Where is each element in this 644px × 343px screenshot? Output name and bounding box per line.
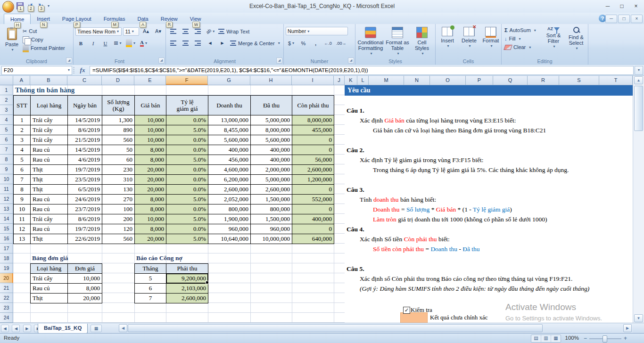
autosum-button[interactable]: ΣAutoSum▾ xyxy=(504,26,537,34)
cell-H14[interactable]: 1,500,000 xyxy=(250,214,292,224)
clipboard-dialog-launcher[interactable]: ◢ xyxy=(66,57,72,64)
row-header-14[interactable]: 14 xyxy=(0,214,13,224)
cell-E16[interactable]: 20,000 xyxy=(134,234,166,244)
cell-C8[interactable]: 4/6/2019 xyxy=(67,155,102,165)
cell-C12[interactable]: 24/6/2019 xyxy=(67,194,102,204)
selected-cell-F20[interactable] xyxy=(166,273,208,284)
cell-I8[interactable]: 56,000 xyxy=(292,155,334,165)
row-header-3[interactable]: 3 xyxy=(0,105,13,115)
accounting-format-button[interactable]: $▾ xyxy=(286,39,297,48)
font-dialog-launcher[interactable]: ◢ xyxy=(158,57,165,64)
tab-insert[interactable]: InsertN xyxy=(31,14,56,24)
cell-F4[interactable]: 0.0% xyxy=(166,115,208,125)
prev-sheet-icon[interactable]: ◀ xyxy=(12,325,20,332)
cell-I4[interactable]: 8,000,000 xyxy=(292,115,334,125)
cell-styles-button[interactable]: Cell Styles ▾ xyxy=(410,25,434,57)
align-center-button[interactable] xyxy=(180,39,191,48)
column-header-J[interactable]: J xyxy=(334,76,345,85)
column-header-E[interactable]: E xyxy=(134,76,166,85)
cell-A7[interactable]: 4 xyxy=(13,145,31,155)
cell-E12[interactable]: 8,000 xyxy=(134,194,166,204)
find-select-button[interactable]: Find & Select ▾ xyxy=(565,25,587,51)
cell-C5[interactable]: 8/6/2019 xyxy=(67,125,102,135)
workbook-restore-button[interactable]: □ xyxy=(618,15,630,23)
column-header-T[interactable]: T xyxy=(599,76,633,85)
middle-align-button[interactable] xyxy=(180,27,191,36)
name-box-dropdown-icon[interactable]: ▾ xyxy=(68,66,70,74)
row-header-18[interactable]: 18 xyxy=(0,253,13,263)
row-header-8[interactable]: 8 xyxy=(0,155,13,164)
price-header-B19[interactable]: Loại hàng xyxy=(30,263,68,274)
cell-H15[interactable]: 960,000 xyxy=(250,224,292,234)
cell-H7[interactable]: 400,000 xyxy=(250,145,292,155)
cell-A5[interactable]: 2 xyxy=(13,125,31,135)
tab-home[interactable]: HomeH xyxy=(4,14,31,24)
align-left-button[interactable] xyxy=(168,39,179,48)
cell-H16[interactable]: 10,000,000 xyxy=(250,234,292,244)
cell-I16[interactable]: 640,000 xyxy=(292,234,334,244)
cell-G10[interactable]: 6,200,000 xyxy=(208,174,251,185)
cell-G16[interactable]: 10,640,000 xyxy=(208,234,251,244)
column-header-S[interactable]: S xyxy=(559,76,599,85)
row-header-1[interactable]: 1 xyxy=(0,85,13,95)
header-cell-A2[interactable]: STT xyxy=(13,95,31,115)
normal-view-icon[interactable]: ▤ xyxy=(531,335,541,342)
cell-A12[interactable]: 9 xyxy=(13,194,31,204)
cell-B21[interactable]: Rau củ xyxy=(30,283,68,294)
header-cell-H2[interactable]: Đã thu xyxy=(250,95,292,115)
cell-C7[interactable]: 14/5/2019 xyxy=(67,145,102,155)
number-dialog-launcher[interactable]: ◢ xyxy=(348,57,354,64)
cell-A15[interactable]: 12 xyxy=(13,224,31,234)
percent-style-button[interactable]: % xyxy=(298,39,309,48)
borders-button[interactable]: ⊞▾ xyxy=(112,39,123,48)
cell-C13[interactable]: 23/7/2019 xyxy=(67,204,102,214)
comma-style-button[interactable]: , xyxy=(310,39,321,48)
tab-review[interactable]: ReviewR xyxy=(155,14,184,24)
clear-button[interactable]: Clear▾ xyxy=(504,43,537,51)
row-header-10[interactable]: 10 xyxy=(0,174,13,184)
cell-H9[interactable]: 2,000,000 xyxy=(250,164,292,175)
row-header-11[interactable]: 11 xyxy=(0,184,13,194)
format-as-table-button[interactable]: Format as Table ▾ xyxy=(385,25,410,57)
cell-I9[interactable]: 2,600,000 xyxy=(292,164,334,175)
vertical-scrollbar[interactable]: ▲ ▼ xyxy=(633,76,644,323)
column-header-K[interactable]: K xyxy=(345,76,357,85)
sheet-tab-baitap-15-kq[interactable]: BaiTap_15_KQ xyxy=(38,324,88,334)
cell-D9[interactable]: 230 xyxy=(102,164,135,175)
header-cell-F2[interactable]: Tỷ lệ giảm giá xyxy=(166,95,208,115)
column-header-N[interactable]: N xyxy=(404,76,430,85)
cell-D8[interactable]: 60 xyxy=(102,155,135,165)
increase-indent-button[interactable]: ▶ xyxy=(217,39,228,48)
scroll-left-icon[interactable]: ◀ xyxy=(119,324,127,332)
cell-A9[interactable]: 6 xyxy=(13,164,31,175)
cell-H10[interactable]: 5,000,000 xyxy=(250,174,292,185)
cell-B10[interactable]: Thịt xyxy=(30,174,68,185)
cell-F6[interactable]: 0.0% xyxy=(166,135,208,145)
cell-B12[interactable]: Rau củ xyxy=(30,194,68,204)
cell-C11[interactable]: 6/5/2019 xyxy=(67,184,102,195)
column-header-H[interactable]: H xyxy=(250,76,292,85)
workbook-close-button[interactable]: × xyxy=(631,15,643,23)
row-header-7[interactable]: 7 xyxy=(0,145,13,155)
cell-I12[interactable]: 552,000 xyxy=(292,194,334,204)
formula-bar-splitter[interactable] xyxy=(73,67,74,74)
cell-B22[interactable]: Thịt xyxy=(30,293,68,303)
cell-I10[interactable]: 1,200,000 xyxy=(292,174,334,185)
cell-C4[interactable]: 14/5/2019 xyxy=(67,115,102,125)
cell-B20[interactable]: Trái cây xyxy=(30,273,68,284)
next-sheet-icon[interactable]: ▶ xyxy=(23,325,31,332)
cell-E6[interactable]: 10,000 xyxy=(134,135,166,145)
cell-F21[interactable]: 2,103,000 xyxy=(166,283,208,294)
bold-button[interactable]: B xyxy=(75,39,86,48)
column-header-F[interactable]: F xyxy=(166,76,208,85)
cell-G8[interactable]: 456,000 xyxy=(208,155,251,165)
maximize-button[interactable]: □ xyxy=(615,0,629,13)
italic-button[interactable]: I xyxy=(88,39,99,48)
page-break-view-icon[interactable]: ▦ xyxy=(551,335,561,342)
alignment-dialog-launcher[interactable]: ◢ xyxy=(276,57,282,64)
workbook-minimize-button[interactable]: ─ xyxy=(605,15,617,23)
zoom-thumb[interactable] xyxy=(603,335,607,343)
cell-A8[interactable]: 5 xyxy=(13,155,31,165)
grow-font-button[interactable]: A▴ xyxy=(140,27,151,36)
vertical-scroll-thumb[interactable] xyxy=(634,86,643,131)
